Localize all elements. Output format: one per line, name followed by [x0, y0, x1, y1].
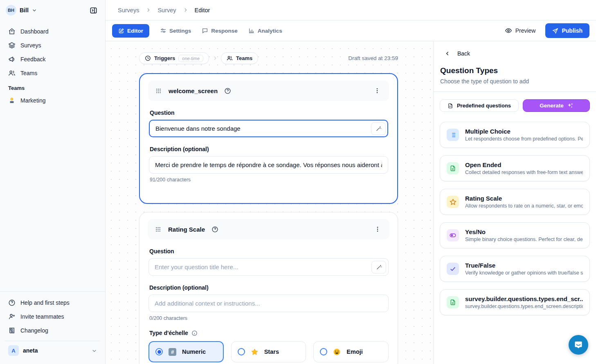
question-type-description: Simple binary choice questions. Perfect … [465, 237, 583, 242]
teams-chip-label: Teams [236, 55, 252, 61]
sidebar-item-changelog[interactable]: Changelog [5, 324, 100, 337]
chevron-right-icon [146, 7, 151, 13]
card-menu-kebab-icon[interactable] [373, 224, 382, 234]
drag-handle-icon[interactable] [155, 226, 162, 233]
user-avatar: A [8, 345, 19, 356]
question-type-text: Rating Scale Allow respondents to rate o… [465, 195, 583, 209]
workspace-name: Bill [20, 7, 29, 13]
radio-selected-icon [155, 348, 163, 355]
send-icon [552, 28, 558, 34]
scale-type-label: Type d'échelle [149, 330, 388, 336]
sparkles-icon [567, 103, 573, 109]
scale-option-stars[interactable]: Stars [231, 341, 306, 362]
chat-bubble-icon [574, 340, 583, 350]
question-field-label: Question [149, 248, 388, 255]
layers-icon [8, 42, 16, 49]
card-menu-kebab-icon[interactable] [372, 86, 382, 96]
sidebar-item-teams[interactable]: Teams [5, 66, 100, 80]
question-card-rating-scale[interactable]: Rating Scale Question [139, 212, 398, 364]
breadcrumb-survey[interactable]: Survey [157, 7, 176, 13]
sidebar-item-label: Surveys [20, 42, 41, 49]
panel-subtitle: Choose the type of question to add [434, 75, 596, 85]
question-type-multiple-choice[interactable]: Multiple Choice Let respondents choose f… [440, 122, 590, 148]
question-title-input[interactable] [149, 120, 388, 137]
sidebar-item-feedback[interactable]: Feedback [5, 52, 100, 66]
teams-chip[interactable]: Teams [221, 52, 258, 64]
star-emoji [251, 348, 259, 356]
file-code-icon [448, 103, 453, 109]
workspace-switcher[interactable]: BH Bill [0, 0, 105, 20]
question-card-header: welcome_screen [148, 80, 389, 101]
scale-type-options: # Numeric Stars [148, 341, 389, 362]
list-icon [447, 129, 459, 141]
question-type-end-screen[interactable]: survey.builder.questions.types.end_scr..… [440, 289, 590, 315]
triggers-chip[interactable]: Triggers one-time [139, 52, 209, 64]
users-icon [8, 69, 16, 77]
chevron-right-icon [212, 56, 218, 61]
radio-icon [238, 348, 245, 355]
sidebar-collapse-button[interactable] [87, 4, 99, 16]
message-icon [202, 27, 208, 34]
tab-settings[interactable]: Settings [160, 27, 191, 34]
drag-handle-icon[interactable] [155, 87, 162, 94]
scale-option-label: Emoji [346, 348, 362, 355]
question-title-input[interactable] [148, 258, 389, 276]
file-text-icon [447, 162, 459, 174]
tab-editor[interactable]: Editor [112, 24, 149, 38]
preview-label: Preview [515, 27, 536, 34]
sidebar-item-help[interactable]: Help and first steps [5, 296, 100, 310]
ai-rewrite-button[interactable] [371, 122, 386, 135]
user-menu[interactable]: A aneta [5, 341, 100, 361]
question-type-description: Let respondents choose from predefined o… [465, 136, 583, 142]
generate-label: Generate [540, 103, 564, 109]
question-type-yes-no[interactable]: Yes/No Simple binary choice questions. P… [440, 222, 590, 248]
sidebar-item-surveys[interactable]: Surveys [5, 38, 100, 52]
breadcrumb-surveys[interactable]: Surveys [118, 7, 139, 13]
question-type-title: Multiple Choice [465, 128, 583, 135]
question-card-title: Rating Scale [168, 226, 205, 233]
woman-technologist-emoji [8, 97, 16, 104]
sidebar-item-label: Marketing [20, 97, 45, 104]
question-type-description: Verify knowledge or gather opinions with… [465, 270, 583, 276]
question-type-description: survey.builder.questions.types.end_scree… [465, 304, 583, 309]
sidebar-nav: Dashboard Surveys Feedback Teams Teams M… [0, 20, 105, 107]
sidebar-item-team-marketing[interactable]: Marketing [5, 94, 100, 107]
sidebar-item-label: Help and first steps [20, 299, 70, 306]
tab-analytics[interactable]: Analytics [248, 27, 282, 34]
home-icon [8, 28, 16, 35]
panel-actions: Predefined questions Generate [434, 92, 596, 112]
info-circle-icon[interactable] [191, 330, 198, 336]
description-field-label: Description (optional) [150, 146, 387, 152]
ai-rewrite-button[interactable] [371, 261, 386, 273]
question-card-welcome-screen[interactable]: welcome_screen Question [139, 73, 398, 204]
chat-launcher-button[interactable] [569, 335, 588, 355]
sidebar-item-label: Changelog [20, 327, 48, 334]
sidebar-item-invite[interactable]: Invite teammates [5, 310, 100, 324]
question-type-open-ended[interactable]: Open Ended Collect detailed responses wi… [440, 155, 590, 181]
question-type-true-false[interactable]: True/False Verify knowledge or gather op… [440, 256, 590, 282]
chevron-right-icon [183, 7, 188, 13]
sidebar-item-label: Feedback [20, 56, 45, 63]
question-description-input[interactable] [149, 156, 388, 174]
tab-label: Response [211, 28, 238, 34]
question-description-input[interactable] [148, 295, 389, 312]
help-circle-icon[interactable] [211, 226, 218, 233]
generate-button[interactable]: Generate [523, 99, 590, 112]
megaphone-icon [8, 56, 16, 63]
sidebar-item-dashboard[interactable]: Dashboard [5, 25, 100, 38]
question-type-text: Open Ended Collect detailed responses wi… [465, 161, 583, 175]
back-button[interactable]: Back [434, 50, 596, 57]
preview-button[interactable]: Preview [505, 27, 536, 34]
tab-response[interactable]: Response [202, 27, 238, 34]
publish-button[interactable]: Publish [545, 23, 589, 38]
scale-option-numeric[interactable]: # Numeric [148, 341, 224, 362]
scale-option-emoji[interactable]: Emoji [313, 341, 389, 362]
question-type-text: Multiple Choice Let respondents choose f… [465, 128, 583, 142]
question-type-text: True/False Verify knowledge or gather op… [465, 262, 583, 276]
main-area: Surveys Survey Editor Editor Settings Re… [106, 0, 596, 364]
help-circle-icon[interactable] [224, 87, 231, 94]
breadcrumb: Surveys Survey Editor [106, 0, 596, 20]
question-type-rating-scale[interactable]: Rating Scale Allow respondents to rate o… [440, 189, 590, 215]
predefined-questions-button[interactable]: Predefined questions [440, 99, 519, 112]
sidebar-item-label: Invite teammates [20, 313, 64, 320]
